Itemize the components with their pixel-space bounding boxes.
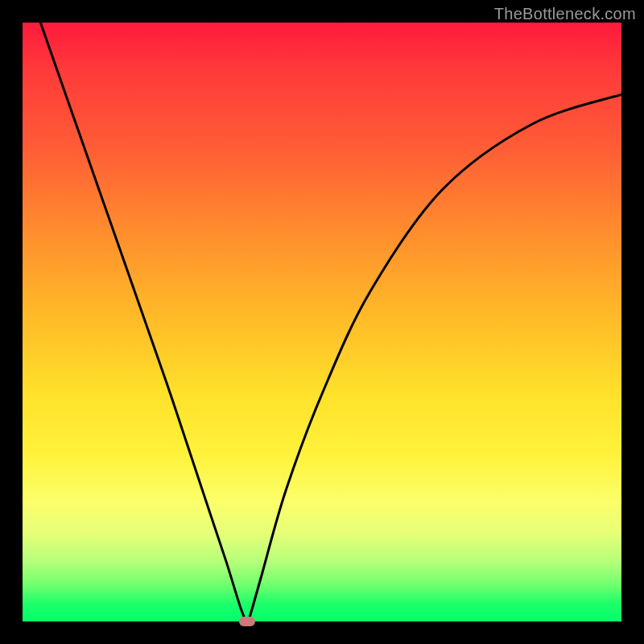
watermark-text: TheBottleneck.com xyxy=(494,5,636,23)
chart-curve xyxy=(23,23,621,621)
chart-plot-area xyxy=(23,23,621,621)
chart-frame: TheBottleneck.com xyxy=(0,0,644,644)
min-point-marker xyxy=(239,617,255,626)
